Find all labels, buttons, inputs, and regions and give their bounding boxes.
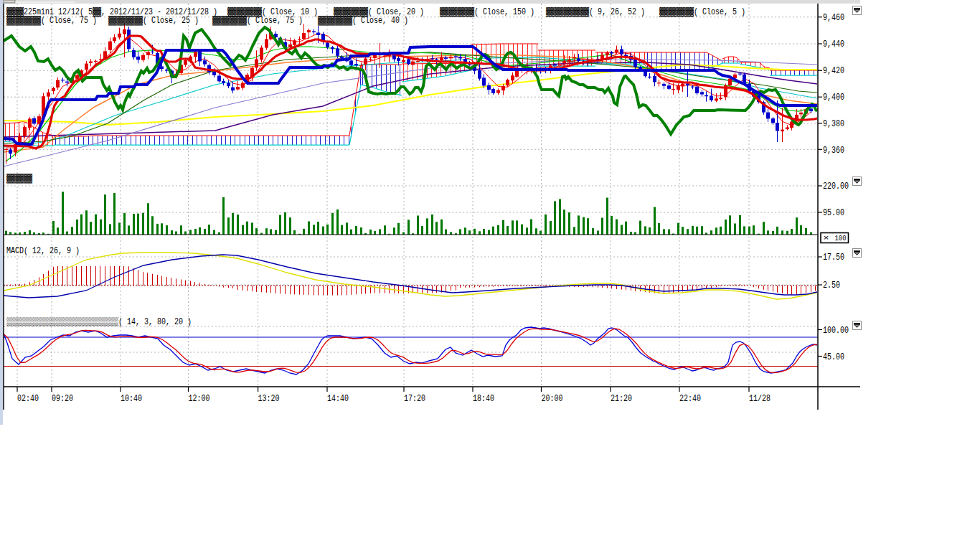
svg-text:100.00: 100.00 [823, 326, 849, 336]
svg-text:100: 100 [835, 234, 847, 242]
svg-text:( 9, 26, 52 ): ( 9, 26, 52 ) [589, 7, 645, 17]
svg-text:▓▓▓▓: ▓▓▓▓ [659, 7, 694, 17]
svg-text:20:00: 20:00 [542, 394, 563, 404]
svg-text:9,360: 9,360 [823, 146, 844, 156]
svg-text:( Close, 75 ): ( Close, 75 ) [41, 16, 97, 26]
svg-text:9,380: 9,380 [823, 119, 844, 129]
svg-text:45.00: 45.00 [823, 352, 844, 362]
svg-text:▓▓▓▓: ▓▓▓▓ [6, 16, 42, 26]
svg-text:9,440: 9,440 [823, 39, 844, 50]
svg-text:17.50: 17.50 [823, 253, 844, 263]
svg-text:▒▒▒▒▒▒▒▒▒▒▒▒▒: ▒▒▒▒▒▒▒▒▒▒▒▒▒ [6, 317, 119, 327]
svg-text:MACD( 12, 26, 9 ): MACD( 12, 26, 9 ) [6, 246, 80, 256]
svg-text:×: × [824, 234, 829, 242]
svg-text:17:20: 17:20 [404, 394, 425, 404]
svg-text:▓▓▓▓: ▓▓▓▓ [318, 16, 353, 26]
svg-text:( Close, 40 ): ( Close, 40 ) [352, 16, 408, 26]
svg-text:( Close, 75 ): ( Close, 75 ) [247, 16, 303, 26]
svg-text:( Close, 25 ): ( Close, 25 ) [143, 16, 199, 26]
svg-text:9,460: 9,460 [823, 13, 844, 23]
svg-text:18:40: 18:40 [473, 394, 494, 404]
svg-text:10:40: 10:40 [121, 394, 142, 404]
svg-text:13:20: 13:20 [258, 394, 280, 404]
svg-text:( Close, 5 ): ( Close, 5 ) [694, 7, 745, 17]
svg-text:▓▓▓▓: ▓▓▓▓ [440, 7, 475, 17]
svg-text:09:20: 09:20 [52, 394, 73, 404]
svg-text:▓▓▓▓▓: ▓▓▓▓▓ [546, 7, 590, 17]
svg-text:14:40: 14:40 [327, 394, 349, 404]
svg-text:220.00: 220.00 [823, 182, 849, 192]
svg-text:9,400: 9,400 [823, 93, 844, 103]
svg-text:▓▓▓: ▓▓▓ [6, 174, 33, 184]
svg-text:▓▓▓▓: ▓▓▓▓ [212, 16, 248, 26]
svg-text:▓▓▓▓: ▓▓▓▓ [108, 16, 143, 26]
svg-text:( 14, 3, 80, 20 ): ( 14, 3, 80, 20 ) [118, 317, 192, 327]
svg-text:95.00: 95.00 [823, 208, 844, 218]
svg-text:21:20: 21:20 [611, 394, 632, 404]
svg-text:02:40: 02:40 [17, 394, 39, 404]
svg-text:22:40: 22:40 [679, 394, 701, 404]
svg-text:( Close, 150 ): ( Close, 150 ) [474, 7, 534, 17]
svg-text:9,420: 9,420 [823, 66, 844, 76]
svg-text:11/28: 11/28 [749, 394, 771, 404]
svg-text:12:00: 12:00 [189, 394, 210, 404]
svg-text:2.50: 2.50 [823, 281, 840, 291]
